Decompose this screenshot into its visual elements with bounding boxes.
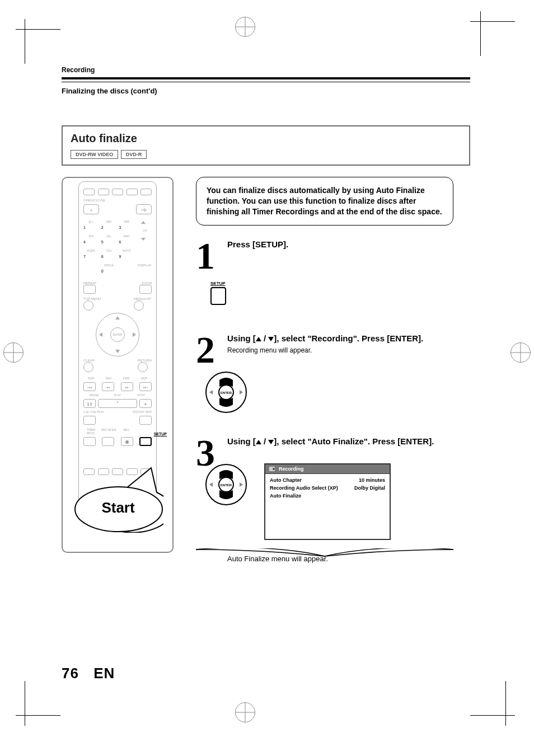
step-2-pre: Using [ <box>227 334 256 343</box>
key-0: 0 <box>101 267 117 276</box>
fwd-label: FWD <box>119 377 134 380</box>
setup-button-highlighted <box>139 437 152 446</box>
instant-skip-label: INSTANT SKIP <box>133 410 152 414</box>
setup-button-icon <box>210 287 226 305</box>
page-subtitle: Finalizing the discs (cont'd) <box>62 87 470 95</box>
remote-illustration: OPEN/CLOSE ▲ I/⏻ @./:ABCDEF 1 2 <box>62 177 179 553</box>
remote-led-icon <box>98 189 109 195</box>
topmenu-button <box>83 300 93 311</box>
crop-mark <box>16 29 60 30</box>
channel-rocker: CH DISPLAY <box>138 218 152 278</box>
step-2-title: Using [ / ], select "Recording". Press [… <box>227 333 453 344</box>
disc-badges: DVD-RW VIDEO DVD-R <box>71 148 461 159</box>
rec-button <box>121 437 133 446</box>
feature-title: Auto finalize <box>71 132 461 145</box>
display-label: DISPLAY <box>138 264 152 267</box>
registration-cross-icon <box>510 342 531 363</box>
setup-button-illustration: SETUP <box>210 281 453 305</box>
rec-mode-button <box>102 437 114 446</box>
badge-dvd-rw-video: DVD-RW VIDEO <box>71 150 118 159</box>
skip-label: SKIP <box>137 377 152 380</box>
pause-label: PAUSE <box>83 393 105 397</box>
page-footer: 76 EN <box>62 665 115 682</box>
stop-button: ■ <box>139 399 152 408</box>
key-3: 3 <box>119 223 134 232</box>
key-6: 6 <box>119 238 134 247</box>
rec-label: REC <box>119 428 134 435</box>
skip-label: SKIP <box>83 377 99 380</box>
open-close-label: OPEN/CLOSE <box>83 199 152 202</box>
registration-cross-icon <box>3 342 24 363</box>
clear-button <box>83 362 93 372</box>
setup-callout-label: SETUP <box>154 432 167 436</box>
start-callout: Start <box>73 466 163 533</box>
feature-heading-box: Auto finalize DVD-RW VIDEO DVD-R <box>62 125 470 166</box>
step-3-pre: Using [ <box>227 436 256 446</box>
intro-text: You can finalize discs automatically by … <box>196 177 453 226</box>
divider-thick <box>62 77 470 79</box>
key-4: 4 <box>83 238 99 247</box>
key-7: 7 <box>83 252 99 261</box>
dpad-up-icon <box>115 316 120 320</box>
page-content: Recording Finalizing the discs (cont'd) … <box>62 66 470 664</box>
setup-icon-label: SETUP <box>210 281 453 286</box>
menu-icon <box>269 466 275 472</box>
menu-key: Recording Audio Select (XP) <box>270 485 338 491</box>
page-lang: EN <box>93 665 115 682</box>
menu-row: Auto Chapter10 minutes <box>270 476 385 484</box>
continuation-curve <box>196 548 453 560</box>
manual-page: Recording Finalizing the discs (cont'd) … <box>0 0 534 756</box>
menu-value: Dolby Digital <box>354 485 385 491</box>
zoom-button <box>139 285 152 294</box>
crop-mark <box>470 715 515 716</box>
open-close-button: ▲ <box>83 204 99 214</box>
svg-text:ENTER: ENTER <box>221 391 232 395</box>
step-number: 2 <box>196 333 215 367</box>
stop-label: STOP <box>130 393 152 397</box>
speed-play-label: 1.3x / 0.8x PLAY <box>83 410 104 414</box>
step-2-sub: Recording menu will appear. <box>227 346 453 354</box>
speed-play-button <box>83 416 96 425</box>
svg-text:ENTER: ENTER <box>221 483 232 487</box>
dpad-illustration: ENTER <box>205 371 453 414</box>
skip-next-button: ▸▸| <box>139 382 152 391</box>
menu-row: Auto Finalize <box>270 492 385 500</box>
key-9: 9 <box>119 252 134 261</box>
display-button <box>138 269 149 278</box>
play-label: PLAY <box>107 393 128 397</box>
dpad-right-icon <box>133 332 136 337</box>
menu-value: 10 minutes <box>359 477 385 483</box>
recording-menu-box: Recording Auto Chapter10 minutes Recordi… <box>264 463 391 540</box>
repeat-label: REPEAT <box>83 281 97 285</box>
up-arrow-icon <box>256 337 261 341</box>
remote-led-icon <box>140 189 152 195</box>
step-3-post: ], select "Auto Finalize". Press [ENTER]… <box>274 436 434 446</box>
dpad-left-icon <box>99 332 102 337</box>
fwd-button: ▸▸ <box>121 382 133 391</box>
menulist-button <box>134 300 144 311</box>
zoom-label: ZOOM <box>139 281 152 285</box>
step-1-title: Press [SETUP]. <box>227 239 453 250</box>
remote-led-icon <box>127 189 138 195</box>
menu-key: Auto Chapter <box>270 477 302 483</box>
key-8: 8 <box>101 252 117 261</box>
dpad-illustration: ENTER <box>205 463 247 506</box>
channel-down-button <box>138 234 149 243</box>
dpad-down-icon <box>115 350 120 353</box>
step-number: 1 <box>196 239 215 273</box>
svg-point-16 <box>273 468 275 470</box>
menulist-label: MENU/LIST <box>134 297 152 300</box>
step-3: 3 Using [ / ], select "Auto Finalize". P… <box>196 436 453 564</box>
down-arrow-icon <box>268 337 274 341</box>
menu-title: Recording <box>279 466 304 472</box>
play-button: ▸ <box>98 399 137 408</box>
crop-mark <box>505 681 506 726</box>
menu-row: Recording Audio Select (XP)Dolby Digital <box>270 484 385 492</box>
step-3-title: Using [ / ], select "Auto Finalize". Pre… <box>227 436 453 447</box>
badge-dvd-r: DVD-R <box>121 150 147 159</box>
return-label: RETURN <box>138 359 152 362</box>
registration-cross-icon <box>235 17 255 37</box>
up-arrow-icon <box>256 440 261 444</box>
pause-button: ❚❚ <box>83 399 96 408</box>
remote-led-icon <box>112 189 123 195</box>
